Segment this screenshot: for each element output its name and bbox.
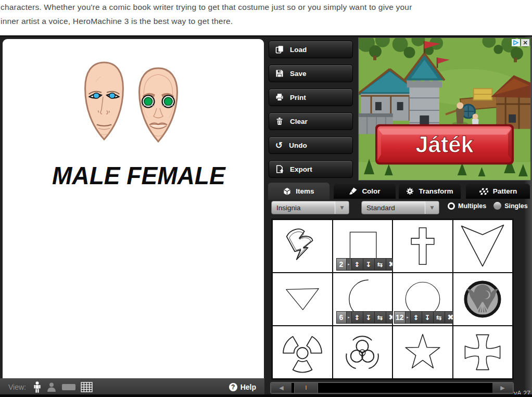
triangle-down-icon bbox=[282, 279, 323, 319]
tab-items-label: Items bbox=[296, 187, 314, 195]
grid-item-phoenix-emblem[interactable] bbox=[453, 273, 513, 326]
grid-item-biohazard-symbol[interactable] bbox=[333, 326, 393, 379]
tab-color[interactable]: Color bbox=[334, 184, 396, 199]
tab-pattern[interactable]: Pattern bbox=[466, 184, 530, 199]
load-button[interactable]: Load bbox=[269, 41, 353, 58]
undo-button[interactable]: ↺ Undo bbox=[269, 136, 353, 154]
item-mini-toolbar: 12 ▸ ↕ ↧ ⇆ ✖ bbox=[394, 311, 457, 324]
save-label: Save bbox=[290, 70, 307, 78]
scrollbar-thumb[interactable]: I bbox=[294, 383, 318, 393]
color-tab-icon bbox=[349, 187, 357, 195]
export-icon bbox=[275, 165, 284, 173]
tab-transform[interactable]: Transform bbox=[399, 184, 461, 199]
grid-item-triangle-down[interactable] bbox=[272, 273, 333, 326]
help-icon: ? bbox=[229, 383, 237, 391]
style-dropdown[interactable]: Standard ▼ bbox=[361, 201, 439, 214]
arrowhead-down-icon bbox=[459, 222, 506, 270]
bottom-edge-strip bbox=[0, 394, 532, 397]
item-mini-toolbar: 2 ▸ ↕ ↧ ⇆ ✖ bbox=[336, 258, 398, 271]
intro-text: characters. Whether you're a comic book … bbox=[0, 0, 532, 35]
export-label: Export bbox=[290, 165, 312, 173]
clear-label: Clear bbox=[290, 118, 308, 125]
clear-button[interactable]: Clear bbox=[269, 112, 353, 130]
flip-horizontal-icon[interactable]: ⇆ bbox=[375, 312, 386, 323]
move-up-down-icon[interactable]: ↕ bbox=[352, 259, 363, 270]
send-to-bottom-icon[interactable]: ↧ bbox=[422, 312, 434, 323]
intro-line-2: inner artist a voice, HeroMachine 3 is t… bbox=[1, 14, 532, 28]
view-landscape-icon[interactable] bbox=[62, 384, 75, 390]
print-icon bbox=[275, 93, 284, 101]
radiation-symbol-icon bbox=[281, 330, 324, 374]
item-count-badge: 12 bbox=[395, 312, 406, 323]
view-grid-icon[interactable] bbox=[81, 382, 93, 392]
singles-radio[interactable]: Singles bbox=[493, 202, 527, 210]
item-mini-toolbar: 6 ▸ ↕ ↧ ⇆ ✖ bbox=[336, 311, 398, 324]
load-label: Load bbox=[290, 46, 307, 54]
view-label: View: bbox=[8, 383, 26, 391]
item-count-badge: 6 bbox=[337, 312, 347, 323]
advertisement[interactable]: Játék ✕ bbox=[358, 37, 531, 181]
move-up-down-icon[interactable]: ↕ bbox=[352, 312, 363, 323]
multiples-radio[interactable]: Multiples bbox=[448, 202, 486, 210]
undo-icon: ↺ bbox=[275, 141, 283, 149]
grid-item-arrowhead-down[interactable] bbox=[453, 220, 513, 273]
grid-item-crescent-moon[interactable]: 6 ▸ ↕ ↧ ⇆ ✖ bbox=[333, 273, 393, 326]
category-dropdown[interactable]: Insignia ▼ bbox=[271, 201, 349, 214]
grid-item-lightning-bolt[interactable] bbox=[272, 220, 333, 273]
latin-cross-icon bbox=[401, 223, 445, 269]
item-count-badge: 2 bbox=[337, 259, 347, 270]
heromachine-page: characters. Whether you're a comic book … bbox=[0, 0, 532, 397]
ad-cta-text: Játék bbox=[415, 132, 474, 157]
transform-tab-icon bbox=[406, 187, 414, 195]
send-to-bottom-icon[interactable]: ↧ bbox=[363, 259, 375, 270]
items-tab-icon bbox=[283, 187, 291, 196]
flip-horizontal-icon[interactable]: ⇆ bbox=[434, 312, 445, 323]
intro-line-1: characters. Whether you're a comic book … bbox=[1, 0, 532, 14]
expand-count-icon[interactable]: ▸ bbox=[347, 312, 352, 323]
tab-transform-label: Transform bbox=[419, 187, 453, 195]
singles-label: Singles bbox=[504, 202, 527, 210]
scroll-right-button[interactable]: ▶ bbox=[492, 383, 513, 393]
mode-radio-group: Multiples Singles bbox=[448, 202, 528, 210]
multiples-label: Multiples bbox=[458, 202, 486, 210]
female-face-drawing bbox=[132, 66, 185, 144]
adchoices-icon[interactable] bbox=[512, 39, 520, 46]
expand-count-icon[interactable]: ▸ bbox=[406, 312, 411, 323]
expand-count-icon[interactable]: ▸ bbox=[347, 259, 352, 270]
undo-label: Undo bbox=[289, 142, 307, 149]
clear-icon bbox=[275, 117, 284, 125]
grid-scrollbar[interactable]: ◀ I ▶ bbox=[270, 382, 514, 394]
tab-color-label: Color bbox=[362, 187, 380, 195]
phoenix-emblem-icon bbox=[463, 280, 502, 318]
grid-item-radiation-symbol[interactable] bbox=[272, 326, 333, 379]
lightning-bolt-icon bbox=[281, 224, 324, 268]
star-icon bbox=[400, 329, 445, 375]
canvas-caption: MALE FEMALE bbox=[52, 161, 228, 190]
export-button[interactable]: Export bbox=[269, 160, 353, 178]
grid-item-square[interactable]: 2 ▸ ↕ ↧ ⇆ ✖ bbox=[333, 220, 393, 273]
view-full-body-icon[interactable] bbox=[33, 381, 41, 393]
view-portrait-icon[interactable] bbox=[46, 382, 57, 392]
action-button-column: Load Save Print Clear ↺ Undo Export bbox=[269, 41, 353, 184]
send-to-bottom-icon[interactable]: ↧ bbox=[363, 312, 375, 323]
character-canvas[interactable]: MALE FEMALE bbox=[3, 39, 264, 378]
canvas-status-bar: View: ? Help bbox=[0, 378, 264, 395]
grid-item-cross-pattee[interactable] bbox=[453, 326, 513, 379]
tab-items[interactable]: Items bbox=[268, 183, 330, 200]
grid-item-latin-cross[interactable] bbox=[392, 220, 453, 273]
category-dropdown-value: Insignia bbox=[272, 201, 335, 214]
ad-close-icon[interactable]: ✕ bbox=[521, 39, 529, 46]
move-up-down-icon[interactable]: ↕ bbox=[411, 312, 422, 323]
print-button[interactable]: Print bbox=[269, 88, 353, 106]
biohazard-symbol-icon bbox=[341, 330, 384, 374]
grid-item-circle[interactable]: 12 ▸ ↕ ↧ ⇆ ✖ bbox=[392, 273, 453, 326]
style-dropdown-arrow-icon: ▼ bbox=[425, 201, 439, 214]
grid-item-star[interactable] bbox=[392, 326, 453, 379]
multiples-radio-dot bbox=[448, 202, 455, 210]
scroll-left-button[interactable]: ◀ bbox=[271, 383, 292, 393]
flip-horizontal-icon[interactable]: ⇆ bbox=[375, 259, 386, 270]
save-button[interactable]: Save bbox=[269, 65, 353, 82]
category-dropdown-arrow-icon: ▼ bbox=[335, 201, 349, 214]
style-dropdown-value: Standard bbox=[362, 201, 425, 214]
help-button[interactable]: ? Help bbox=[229, 383, 256, 391]
